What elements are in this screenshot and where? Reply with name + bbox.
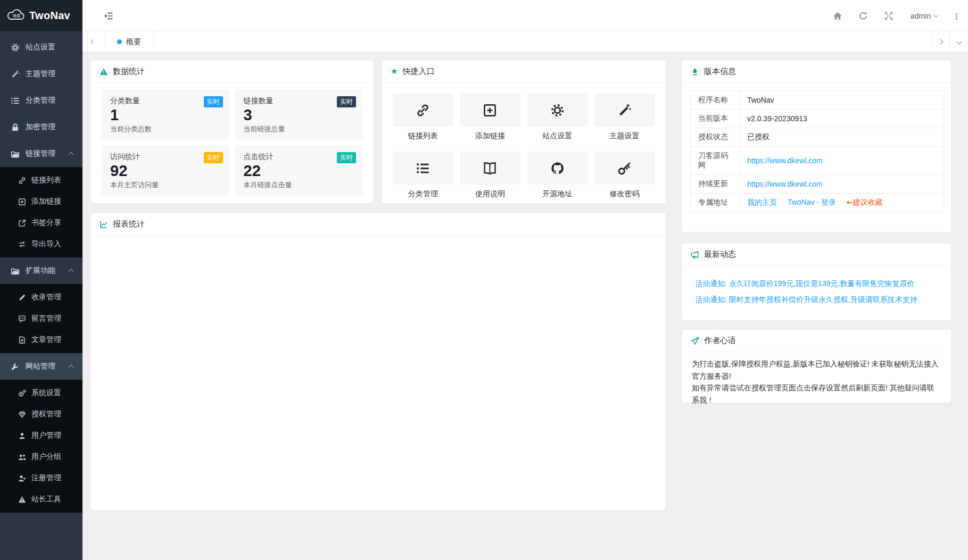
users-icon [18,453,26,461]
news-link[interactable]: 活动通知: 限时支持年授权补偿价升级永久授权,升级请联系技术支持 [695,295,938,305]
quick-entry-label: 修改密码 [594,189,655,199]
version-icon [691,68,699,76]
sidebar-item-label: 链接列表 [31,175,61,185]
card-header: 作者心语 [682,330,951,352]
status-badge: 实时 [337,152,356,163]
tab-scroll-left-button[interactable] [82,32,105,52]
sidebar-item-label: 用户管理 [31,431,61,440]
app-logo[interactable]: 落霞 TwoNav [0,0,82,31]
row-value: v2.0.39-20230913 [740,110,944,128]
card-title: 作者心语 [704,336,736,346]
card-header: 版本信息 [682,61,951,83]
quick-entry-card: ★ 快捷入口 链接列表 添加链接 站点设置 主题设置 分类管理 [382,60,666,204]
row-label: 程序名称 [691,91,740,110]
sidebar-item-export-import[interactable]: 导出导入 [0,233,82,255]
more-vertical-icon[interactable]: ⋮ [953,12,961,20]
cloud-logo-icon: 落霞 [6,8,26,23]
sidebar-group-extend-functions[interactable]: 扩展功能 [0,257,82,284]
quick-entry-user-guide[interactable]: 使用说明 [460,152,520,199]
sidebar-group-website-manage[interactable]: 网站管理 [0,353,82,380]
user-plus-icon [18,474,26,482]
sidebar-item-label: 收录管理 [31,292,61,302]
home-icon[interactable] [833,11,842,21]
stats-grid: 分类数量 1 当前分类总数 实时 链接数量 3 当前链接总量 实时 访问统计 9… [91,83,373,202]
sidebar-item-label: 注册管理 [31,473,61,483]
submenu-link-manage: 链接列表 添加链接 书签分享 导出导入 [0,167,82,257]
sidebar-item-site-settings[interactable]: 站点设置 [0,34,82,61]
latest-news-card: 最新动态 活动通知: 永久订阅原价199元,现仅需139元,数量有限售完恢复原价… [682,243,952,321]
megaphone-icon [691,250,699,259]
author-words-card: 作者心语 为打击盗版,保障授权用户权益,新版本已加入秘钥验证! 未获取秘钥无法接… [682,329,952,403]
quick-entry-change-password[interactable]: 修改密码 [594,152,655,199]
sidebar-item-register-manage[interactable]: 注册管理 [0,467,82,489]
login-link[interactable]: TwoNav - 登录 [788,198,836,206]
quick-entry-label: 分类管理 [393,189,453,199]
my-homepage-link[interactable]: 我的主页 [747,198,777,206]
submenu-website-manage: 系统设置 授权管理 用户管理 用户分组 注册管理 站长工具 [0,380,82,513]
news-list: 活动通知: 永久订阅原价199元,现仅需139元,数量有限售完恢复原价 活动通知… [682,266,951,318]
card-header: ★ 快捷入口 [382,61,665,83]
sidebar-item-label: 文章管理 [31,335,61,345]
tab-label: 概要 [126,37,141,47]
sidebar-group-link-manage[interactable]: 链接管理 [0,140,82,167]
sidebar-item-user-manage[interactable]: 用户管理 [0,425,82,446]
sidebar-item-label: 站长工具 [31,495,61,504]
lock-icon [11,123,20,132]
bookmark-suggestion-note: ←建议收藏 [847,198,883,206]
quick-entry-category-manage[interactable]: 分类管理 [393,152,453,199]
news-link[interactable]: 活动通知: 永久订阅原价199元,现仅需139元,数量有限售完恢复原价 [695,279,938,289]
sidebar-item-category-manage[interactable]: 分类管理 [0,87,82,114]
plus-square-icon [18,198,26,206]
row-label: 持续更新 [691,175,740,194]
card-title: 最新动态 [704,249,736,260]
card-header: 报表统计 [91,213,665,236]
sidebar-item-link-list[interactable]: 链接列表 [0,170,82,191]
sidebar-item-add-link[interactable]: 添加链接 [0,191,82,212]
quick-entry-site-settings[interactable]: 站点设置 [527,94,588,141]
table-row: 授权状态 已授权 [691,128,944,147]
status-badge: 实时 [204,152,223,163]
sidebar-item-message-manage[interactable]: 留言管理 [0,308,82,329]
active-tab-dot [117,39,122,44]
sidebar-item-theme-manage[interactable]: 主题管理 [0,61,82,87]
dkewl-link[interactable]: https://www.dkewl.com [747,156,823,165]
sidebar-item-bookmark-share[interactable]: 书签分享 [0,212,82,233]
chevron-right-icon [938,39,943,45]
user-menu[interactable]: admin [911,12,938,20]
author-line: 为打击盗版,保障授权用户权益,新版本已加入秘钥验证! 未获取秘钥无法接入官方服务… [692,358,941,382]
stat-sublabel: 当前分类总数 [110,124,221,134]
fullscreen-icon[interactable] [884,11,893,21]
chevron-down-icon [956,39,962,45]
card-title: 报表统计 [113,219,145,229]
card-header: 数据统计 [91,61,373,83]
table-row: 持续更新 https://www.dkewl.com [691,175,944,194]
quick-entry-theme-settings[interactable]: 主题设置 [594,94,655,141]
sidebar-item-user-group[interactable]: 用户分组 [0,446,82,467]
sidebar-item-encrypt-manage[interactable]: 加密管理 [0,114,82,140]
row-label: 授权状态 [691,128,740,147]
refresh-icon[interactable] [858,11,868,21]
paper-plane-icon [691,337,699,345]
sidebar-item-webmaster-tools[interactable]: 站长工具 [0,489,82,510]
sidebar-item-system-settings[interactable]: 系统设置 [0,382,82,404]
gear-icon [550,103,565,118]
chevron-up-icon [69,152,74,157]
app-title: TwoNav [29,10,70,22]
sidebar-item-article-manage[interactable]: 文章管理 [0,329,82,350]
tab-overview[interactable]: 概要 [105,32,154,52]
quick-entry-open-source[interactable]: 开源地址 [527,152,588,199]
chain-icon [18,177,26,185]
github-icon [550,161,565,175]
update-link[interactable]: https://www.dkewl.com [747,180,823,188]
quick-entry-add-link[interactable]: 添加链接 [460,94,520,141]
collapse-menu-icon[interactable] [104,11,113,21]
row-value: TwoNav [740,91,944,110]
quick-entry-link-list[interactable]: 链接列表 [393,94,453,141]
stat-sublabel: 当前链接总量 [244,124,354,134]
external-link-icon [18,219,26,227]
sidebar-item-inclusion-manage[interactable]: 收录管理 [0,287,82,308]
chevron-left-icon [91,39,96,45]
tab-menu-button[interactable] [949,32,968,52]
tab-scroll-right-button[interactable] [931,32,949,52]
sidebar-item-license-manage[interactable]: 授权管理 [0,404,82,425]
